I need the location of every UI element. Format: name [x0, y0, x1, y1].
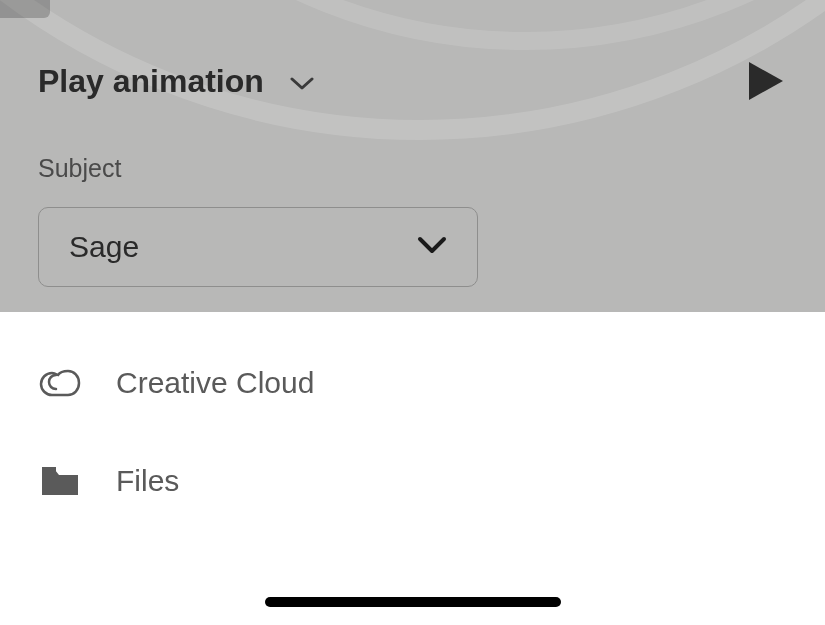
subject-dropdown[interactable]: Sage — [38, 207, 478, 287]
animation-panel: Play animation Subject Sage — [0, 0, 825, 312]
svg-rect-0 — [42, 467, 56, 473]
folder-icon — [38, 465, 82, 497]
creative-cloud-icon — [38, 367, 82, 399]
subject-label: Subject — [38, 154, 787, 183]
menu-item-label: Creative Cloud — [116, 366, 314, 400]
files-option[interactable]: Files — [38, 464, 787, 498]
file-source-sheet: Creative Cloud Files — [0, 312, 825, 498]
play-icon[interactable] — [745, 60, 787, 102]
creative-cloud-option[interactable]: Creative Cloud — [38, 366, 787, 400]
menu-item-label: Files — [116, 464, 179, 498]
chevron-down-icon — [290, 77, 314, 91]
play-animation-toggle[interactable]: Play animation — [38, 63, 314, 100]
chevron-down-icon — [417, 236, 447, 258]
play-animation-title: Play animation — [38, 63, 264, 100]
subject-dropdown-value: Sage — [69, 230, 139, 264]
home-indicator[interactable] — [265, 597, 561, 607]
